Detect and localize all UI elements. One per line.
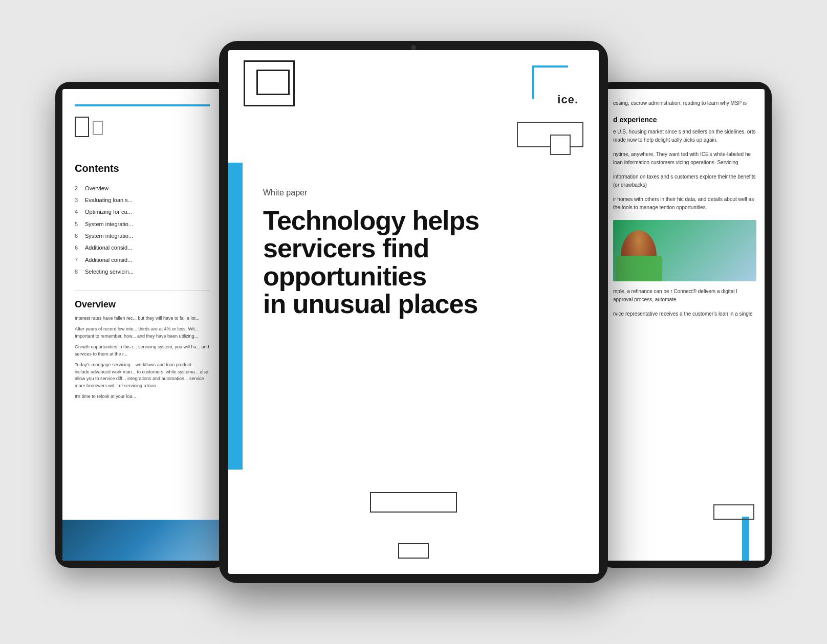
geo-box-inner xyxy=(256,70,290,95)
list-item: 4Optimizing for cu... xyxy=(75,206,210,218)
left-content: Contents 2Overview 3Evaluating loan s...… xyxy=(62,89,222,561)
right-p2: nytime, anywhere. They want ted with ICE… xyxy=(613,150,756,167)
overview-p2: After years of record low inte... thirds… xyxy=(75,326,210,340)
left-logo-box xyxy=(75,117,89,137)
left-bottom-image xyxy=(62,520,222,561)
left-divider xyxy=(75,291,210,291)
overview-p5: It's time to relook at your loa... xyxy=(75,393,210,401)
headline-line3: opportunities xyxy=(263,261,426,291)
right-photo xyxy=(613,220,756,281)
contents-list: 2Overview 3Evaluating loan s... 4Optimiz… xyxy=(75,183,210,278)
tablet-right: essing, escrow administration, reading t… xyxy=(598,82,772,568)
left-top-bar xyxy=(75,104,210,106)
right-p5: mple, a refinance can be r Connect® deli… xyxy=(613,287,756,304)
tablet-left-screen: Contents 2Overview 3Evaluating loan s...… xyxy=(62,89,222,561)
list-item: 5System integratio... xyxy=(75,218,210,230)
overview-p4: Today's mortgage servicing... workflows … xyxy=(75,362,210,389)
overview-p1: Interest rates have fallen rec... but th… xyxy=(75,315,210,322)
overview-title: Overview xyxy=(75,299,210,310)
tablet-center: ice. White paper Technology helps servic… xyxy=(219,41,608,583)
scene: Contents 2Overview 3Evaluating loan s...… xyxy=(55,41,772,604)
right-photo-container xyxy=(613,220,756,281)
left-logo-inner xyxy=(93,121,103,135)
right-blue-accent xyxy=(742,517,749,561)
right-content: essing, escrow administration, reading t… xyxy=(605,89,765,561)
bottom-box-1 xyxy=(370,492,457,513)
geo-right-2 xyxy=(550,135,571,155)
list-item: 3Evaluating loan s... xyxy=(75,194,210,206)
right-p4: ir homes with others in their hic data, … xyxy=(613,195,756,212)
list-item: 2Overview xyxy=(75,183,210,194)
right-bottom-box xyxy=(713,504,754,520)
right-section-title: d experience xyxy=(613,116,756,124)
shirt xyxy=(616,256,662,281)
ice-logo: ice. xyxy=(532,65,578,106)
headline-line2: servicers find xyxy=(263,233,429,263)
list-item: 6System integratio... xyxy=(75,230,210,242)
right-p1: e U.S. housing market since s and seller… xyxy=(613,128,756,144)
tablet-center-screen: ice. White paper Technology helps servic… xyxy=(228,50,599,574)
tablet-left: Contents 2Overview 3Evaluating loan s...… xyxy=(55,82,229,568)
right-p3: information on taxes and s customers exp… xyxy=(613,173,756,189)
blue-frame-left xyxy=(228,163,243,470)
headline-line1: Technology helps xyxy=(263,206,479,235)
overview-p3: Growth opportunities in this r... servic… xyxy=(75,344,210,358)
main-headline: Technology helps servicers find opportun… xyxy=(263,207,578,318)
ice-logo-text: ice. xyxy=(557,93,578,106)
contents-title: Contents xyxy=(75,163,210,174)
list-item: 7Additional consid... xyxy=(75,254,210,266)
headline-line4: in unusual places xyxy=(263,289,477,319)
list-item: 8Selecting servicin... xyxy=(75,266,210,278)
tablet-right-screen: essing, escrow administration, reading t… xyxy=(605,89,765,561)
bottom-box-small xyxy=(398,543,429,559)
center-content: ice. White paper Technology helps servic… xyxy=(228,50,599,574)
right-p6: rvice representative receives a the cust… xyxy=(613,310,756,318)
white-paper-label: White paper xyxy=(263,188,578,197)
list-item: 6Additional consid... xyxy=(75,242,210,254)
right-p0: essing, escrow administration, reading t… xyxy=(613,99,756,107)
